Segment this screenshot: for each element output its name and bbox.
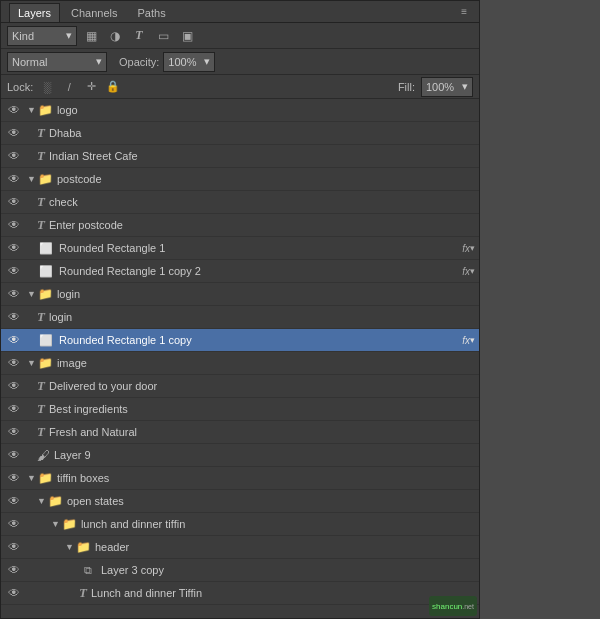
layer-row[interactable]: 👁 ▼ 📁 login [1, 283, 479, 306]
collapse-arrow-icon[interactable]: ▼ [27, 105, 36, 115]
layer-name: Lunch and dinner Tiffin [91, 587, 475, 599]
collapse-arrow-icon[interactable]: ▼ [27, 358, 36, 368]
layer-row[interactable]: 👁 T Lunch and dinner Tiffin [1, 582, 479, 605]
filter-smart-icon[interactable]: ▣ [177, 26, 197, 46]
layer-name: image [57, 357, 475, 369]
lock-transparent-icon[interactable]: ░ [39, 79, 55, 95]
kind-select[interactable]: Kind ▾ [7, 26, 77, 46]
layer-row[interactable]: 👁 T login [1, 306, 479, 329]
visibility-icon[interactable]: 👁 [5, 262, 23, 280]
kind-label: Kind [12, 30, 34, 42]
layer-row[interactable]: 👁 ▼ 📁 lunch and dinner tiffin [1, 513, 479, 536]
folder-icon: 📁 [38, 287, 53, 301]
visibility-icon[interactable]: 👁 [5, 101, 23, 119]
layer-row[interactable]: 👁 ▼ 📁 tiffin boxes [1, 467, 479, 490]
layer-row[interactable]: 👁 🖌 Layer 9 [1, 444, 479, 467]
visibility-icon[interactable]: 👁 [5, 492, 23, 510]
fx-arrow-icon: ▾ [470, 266, 475, 276]
layer-row[interactable]: 👁 T Best ingredients [1, 398, 479, 421]
filter-adjustment-icon[interactable]: ◑ [105, 26, 125, 46]
layer-name: lunch and dinner tiffin [81, 518, 475, 530]
layer-name: Best ingredients [49, 403, 475, 415]
layer-row[interactable]: 👁 ⬜ Rounded Rectangle 1 copy 2 fx ▾ [1, 260, 479, 283]
collapse-arrow-icon[interactable]: ▼ [27, 289, 36, 299]
text-layer-icon: T [37, 125, 45, 141]
blend-mode-select[interactable]: Normal ▾ [7, 52, 107, 72]
collapse-arrow-icon[interactable]: ▼ [27, 473, 36, 483]
lock-label: Lock: [7, 81, 33, 93]
fill-input[interactable]: 100% ▾ [421, 77, 473, 97]
collapse-arrow-icon[interactable]: ▼ [51, 519, 60, 529]
layer-name: Dhaba [49, 127, 475, 139]
visibility-icon[interactable]: 👁 [5, 308, 23, 326]
layer-row[interactable]: 👁 ⬜ Rounded Rectangle 1 copy fx ▾ [1, 329, 479, 352]
tab-layers[interactable]: Layers [9, 3, 60, 22]
layer-row[interactable]: 👁 ▼ 📁 image [1, 352, 479, 375]
filter-pixel-icon[interactable]: ▦ [81, 26, 101, 46]
layer-row[interactable]: 👁 ⬜ Rounded Rectangle 1 fx ▾ [1, 237, 479, 260]
visibility-icon[interactable]: 👁 [5, 538, 23, 556]
visibility-icon[interactable]: 👁 [5, 170, 23, 188]
layer-row[interactable]: 👁 T check [1, 191, 479, 214]
visibility-icon[interactable]: 👁 [5, 285, 23, 303]
visibility-icon[interactable]: 👁 [5, 147, 23, 165]
visibility-icon[interactable]: 👁 [5, 216, 23, 234]
collapse-arrow-icon[interactable]: ▼ [65, 542, 74, 552]
collapse-arrow-icon[interactable]: ▼ [27, 174, 36, 184]
layer-name: login [49, 311, 475, 323]
layer-row[interactable]: 👁 ▼ 📁 logo [1, 99, 479, 122]
tab-paths[interactable]: Paths [129, 3, 175, 22]
layer-row[interactable]: 👁 T Delivered to your door [1, 375, 479, 398]
visibility-icon[interactable]: 👁 [5, 423, 23, 441]
layer-name: Indian Street Cafe [49, 150, 475, 162]
layer-row[interactable]: 👁 T Indian Street Cafe [1, 145, 479, 168]
visibility-icon[interactable]: 👁 [5, 331, 23, 349]
layer-row[interactable]: 👁 ⧉ Layer 3 copy [1, 559, 479, 582]
layer-name: Enter postcode [49, 219, 475, 231]
watermark-logo: shancun.net [429, 596, 477, 616]
layer-row[interactable]: 👁 ▼ 📁 postcode [1, 168, 479, 191]
fill-label: Fill: [398, 81, 415, 93]
layer-row[interactable]: 👁 ▼ 📁 open states [1, 490, 479, 513]
layer-name: Rounded Rectangle 1 [59, 242, 458, 254]
folder-icon: 📁 [76, 540, 91, 554]
filter-shape-icon[interactable]: ▭ [153, 26, 173, 46]
layer-row[interactable]: 👁 T Enter postcode [1, 214, 479, 237]
visibility-icon[interactable]: 👁 [5, 515, 23, 533]
filter-toolbar: Kind ▾ ▦ ◑ T ▭ ▣ [1, 23, 479, 49]
visibility-icon[interactable]: 👁 [5, 469, 23, 487]
collapse-arrow-icon[interactable]: ▼ [37, 496, 46, 506]
lock-image-icon[interactable]: / [61, 79, 77, 95]
visibility-icon[interactable]: 👁 [5, 377, 23, 395]
text-layer-icon: T [37, 194, 45, 210]
layer-name: logo [57, 104, 475, 116]
visibility-icon[interactable]: 👁 [5, 561, 23, 579]
opacity-arrow-icon: ▾ [204, 55, 210, 68]
layers-panel: Layers Channels Paths ≡ Kind ▾ ▦ ◑ T ▭ ▣… [0, 0, 480, 619]
layer-name: Rounded Rectangle 1 copy 2 [59, 265, 458, 277]
opacity-input[interactable]: 100% ▾ [163, 52, 215, 72]
visibility-icon[interactable]: 👁 [5, 584, 23, 602]
tab-channels[interactable]: Channels [62, 3, 126, 22]
lock-all-icon[interactable]: 🔒 [105, 79, 121, 95]
layer-row[interactable]: 👁 T Dhaba [1, 122, 479, 145]
folder-icon: 📁 [38, 103, 53, 117]
layer-name: postcode [57, 173, 475, 185]
panel-menu-button[interactable]: ≡ [457, 2, 471, 21]
layer-row[interactable]: 👁 T Fresh and Natural [1, 421, 479, 444]
visibility-icon[interactable]: 👁 [5, 239, 23, 257]
visibility-icon[interactable]: 👁 [5, 354, 23, 372]
folder-icon: 📁 [38, 356, 53, 370]
visibility-icon[interactable]: 👁 [5, 193, 23, 211]
layer-row[interactable]: 👁 ▼ 📁 header [1, 536, 479, 559]
filter-text-icon[interactable]: T [129, 26, 149, 46]
visibility-icon[interactable]: 👁 [5, 446, 23, 464]
visibility-icon[interactable]: 👁 [5, 124, 23, 142]
rect-layer-icon: ⬜ [37, 331, 55, 349]
text-layer-icon: T [37, 309, 45, 325]
lock-position-icon[interactable]: ✛ [83, 79, 99, 95]
folder-icon: 📁 [38, 172, 53, 186]
lock-row: Lock: ░ / ✛ 🔒 Fill: 100% ▾ [1, 75, 479, 99]
visibility-icon[interactable]: 👁 [5, 400, 23, 418]
rect-layer-icon: ⬜ [37, 239, 55, 257]
